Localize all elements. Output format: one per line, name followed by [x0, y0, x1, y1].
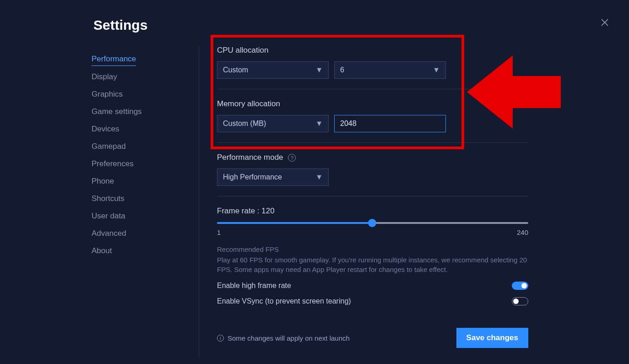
section-divider: [217, 89, 528, 89]
sidebar-item-devices[interactable]: Devices: [92, 120, 183, 138]
memory-allocation-label: Memory allocation: [217, 99, 528, 109]
launch-note: i Some changes will apply on next launch: [217, 334, 350, 342]
footer: i Some changes will apply on next launch…: [217, 328, 528, 348]
slider-max: 240: [517, 228, 528, 236]
slider-fill: [217, 222, 372, 224]
section-divider: [217, 196, 528, 196]
page-title: Settings: [93, 17, 147, 33]
memory-mode-value: Custom (MB): [223, 120, 266, 128]
recommended-fps-text: Play at 60 FPS for smooth gameplay. If y…: [217, 255, 528, 274]
section-divider: [217, 142, 528, 143]
settings-sidebar: Performance Display Graphics Game settin…: [92, 50, 183, 260]
frame-rate-label: Frame rate : 120: [217, 206, 528, 216]
help-icon[interactable]: ?: [288, 154, 296, 162]
sidebar-item-preferences[interactable]: Preferences: [92, 155, 183, 173]
memory-value-input[interactable]: [334, 115, 446, 132]
memory-mode-select[interactable]: Custom (MB) ▼: [217, 115, 329, 132]
close-icon[interactable]: [601, 18, 609, 28]
info-icon: i: [217, 335, 224, 342]
sidebar-item-shortcuts[interactable]: Shortcuts: [92, 190, 183, 207]
sidebar-item-about[interactable]: About: [92, 242, 183, 260]
sidebar-item-gamepad[interactable]: Gamepad: [92, 138, 183, 155]
performance-mode-label: Performance mode ?: [217, 153, 528, 162]
chevron-down-icon: ▼: [315, 66, 323, 74]
chevron-down-icon: ▼: [433, 66, 440, 74]
sidebar-item-advanced[interactable]: Advanced: [92, 225, 183, 242]
main-panel: CPU allocation Custom ▼ 6 ▼ Memory alloc…: [217, 46, 528, 305]
sidebar-item-performance[interactable]: Performance: [92, 50, 136, 66]
recommended-fps-title: Recommended FPS: [217, 245, 528, 253]
chevron-down-icon: ▼: [315, 120, 323, 128]
sidebar-item-user-data[interactable]: User data: [92, 207, 183, 225]
vsync-label: Enable VSync (to prevent screen tearing): [217, 297, 351, 305]
frame-rate-slider[interactable]: [217, 222, 528, 224]
sidebar-item-phone[interactable]: Phone: [92, 173, 183, 190]
chevron-down-icon: ▼: [315, 173, 323, 181]
save-changes-button[interactable]: Save changes: [456, 328, 528, 348]
cpu-mode-value: Custom: [223, 66, 248, 74]
high-frame-rate-toggle[interactable]: [512, 282, 528, 290]
slider-thumb[interactable]: [368, 219, 376, 227]
cpu-allocation-label: CPU allocation: [217, 46, 528, 55]
sidebar-item-display[interactable]: Display: [92, 68, 183, 86]
vertical-divider: [199, 46, 199, 357]
sidebar-item-graphics[interactable]: Graphics: [92, 86, 183, 103]
sidebar-item-game-settings[interactable]: Game settings: [92, 103, 183, 120]
slider-min: 1: [217, 228, 221, 236]
cpu-cores-select[interactable]: 6 ▼: [334, 61, 446, 79]
performance-mode-value: High Performance: [223, 173, 282, 181]
vsync-toggle[interactable]: [512, 297, 528, 305]
cpu-mode-select[interactable]: Custom ▼: [217, 61, 329, 79]
performance-mode-select[interactable]: High Performance ▼: [217, 168, 329, 186]
high-frame-rate-label: Enable high frame rate: [217, 282, 291, 290]
cpu-cores-value: 6: [340, 66, 344, 74]
